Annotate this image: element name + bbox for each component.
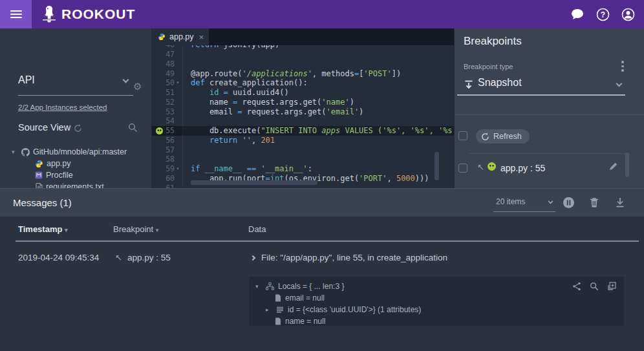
app-select-value: API [18, 74, 35, 85]
column-header-breakpoint[interactable]: Breakpoint ▾ [113, 224, 158, 234]
locals-var-row[interactable]: email = null [255, 292, 617, 304]
fold-caret-icon[interactable]: ▾ [175, 78, 181, 88]
add-to-board-icon[interactable] [607, 282, 616, 291]
breakpoint-type-label: Breakpoint type [464, 63, 513, 70]
arrow-up-left-icon: ↖ [477, 162, 484, 172]
locals-root-label: Locals = { ... len:3 } [278, 282, 344, 291]
chat-icon[interactable] [570, 8, 585, 21]
code-line: 57 [152, 145, 454, 155]
code-line: 49@app.route('/applications', methods=['… [152, 69, 454, 79]
code-lines: 46return jsonify(app)474849@app.route('/… [152, 45, 454, 188]
code-line: 58 [152, 154, 454, 164]
pause-icon[interactable] [563, 197, 575, 209]
svg-text:?: ? [601, 10, 605, 19]
code-line: 48 [152, 59, 454, 69]
help-icon[interactable]: ? [596, 8, 610, 21]
locals-var-row[interactable]: name = null [255, 315, 617, 327]
breakpoints-scrollbar[interactable] [625, 153, 629, 177]
messages-table-header: Timestamp ▾ Breakpoint ▾ Data [0, 224, 644, 239]
breakpoints-title: Breakpoints [464, 35, 522, 48]
refresh-button[interactable]: Refresh [476, 129, 530, 144]
caret-right-icon[interactable]: ▸ [266, 306, 272, 313]
tree-repo-row[interactable]: ▾ GitHub/mnoble/api:master [12, 146, 127, 158]
rookout-app: ROOKOUT ? API ⚙ 2/2 App Instances select… [0, 0, 644, 351]
breakpoint-item[interactable]: app.py : 55 [500, 163, 545, 173]
close-tab-icon[interactable]: × [199, 32, 204, 42]
file-tree: ▾ GitHub/mnoble/api:master app.py Procfi… [12, 146, 127, 193]
source-sidebar: API ⚙ 2/2 App Instances selected Source … [0, 28, 152, 188]
gear-icon[interactable]: ⚙ [133, 81, 142, 91]
python-file-icon [35, 160, 43, 168]
code-line: 53 email = request.args.get('email') [152, 107, 454, 117]
code-line: 46return jsonify(app) [152, 45, 454, 50]
document-icon [275, 294, 281, 302]
procfile-icon [35, 171, 43, 179]
code-editor: app.py × 46return jsonify(app)474849@app… [152, 28, 454, 188]
column-header-data: Data [248, 224, 266, 234]
arrow-up-left-icon: ↖ [115, 253, 122, 262]
account-icon[interactable] [621, 8, 635, 21]
sort-arrow-icon: ▾ [156, 227, 159, 233]
horizontal-scrollbar[interactable] [191, 180, 317, 185]
edit-pencil-icon[interactable] [608, 162, 618, 171]
divider [469, 153, 627, 154]
code-line: 47 [152, 50, 454, 59]
tree-file-label: app.py [47, 159, 71, 168]
hamburger-menu-icon[interactable] [0, 0, 32, 28]
top-bar: ROOKOUT ? [0, 0, 644, 28]
app-select[interactable]: API [18, 67, 133, 96]
locals-var-row[interactable]: ▸ id = {<class 'uuid.UUID'>} (1 attribut… [255, 304, 617, 315]
share-icon[interactable] [572, 282, 581, 291]
tree-structure-icon [266, 282, 274, 290]
python-file-icon [158, 33, 166, 41]
message-data-text: File: "/app/app.py", line 55, in create_… [261, 253, 447, 262]
table-header-divider [16, 240, 639, 242]
app-instances-link[interactable]: 2/2 App Instances selected [18, 103, 107, 111]
document-icon [275, 317, 281, 325]
caret-down-icon[interactable]: ▾ [12, 149, 18, 155]
message-timestamp: 2019-04-24 09:45:34 [18, 253, 99, 262]
search-icon[interactable] [128, 123, 138, 133]
refresh-button-label: Refresh [493, 132, 522, 141]
source-view-label: Source View [18, 122, 70, 133]
breakpoint-type-value: Snapshot [478, 77, 522, 89]
editor-tab-bar: app.py × [152, 28, 454, 45]
messages-title: Messages (1) [13, 197, 72, 208]
vertical-scrollbar[interactable] [435, 152, 439, 180]
refresh-sources-icon[interactable] [74, 124, 82, 133]
column-header-timestamp[interactable]: Timestamp ▾ [18, 224, 68, 234]
tree-repo-label: GitHub/mnoble/api:master [33, 147, 127, 156]
tab-app-py[interactable]: app.py × [152, 28, 209, 45]
logo-text: ROOKOUT [61, 6, 135, 22]
breakpoint-type-select[interactable]: Snapshot [457, 75, 625, 96]
trash-icon[interactable] [589, 197, 599, 208]
divider [455, 114, 644, 115]
github-icon [21, 148, 30, 156]
search-icon[interactable] [590, 282, 599, 291]
chevron-down-icon [548, 199, 553, 204]
code-line: 52 name = request.args.get('name') [152, 98, 454, 107]
fold-caret-icon[interactable]: ▾ [175, 164, 181, 174]
tree-file-app-py[interactable]: app.py [12, 158, 127, 169]
download-icon[interactable] [615, 197, 625, 208]
locals-root-row[interactable]: ▾ Locals = { ... len:3 } [255, 281, 617, 292]
rookout-breakpoint-icon[interactable] [156, 127, 163, 134]
breakpoints-panel: Breakpoints Breakpoint type Snapshot Ref… [454, 28, 644, 188]
breakpoint-checkbox[interactable] [458, 164, 467, 173]
code-line: 54 [152, 116, 454, 126]
tree-file-label: Procfile [46, 171, 73, 180]
messages-header: Messages (1) 20 items [0, 188, 644, 217]
code-line: 55 db.execute("INSERT INTO apps VALUES (… [152, 126, 454, 136]
code-line: 51 id = uuid.uuid4() [152, 88, 454, 98]
kebab-menu-icon[interactable] [618, 61, 627, 74]
raven-logo-icon [41, 5, 58, 24]
locals-var-label: name = null [285, 317, 325, 326]
message-data-expander[interactable]: File: "/app/app.py", line 55, in create_… [251, 253, 447, 262]
rookout-breakpoint-icon [488, 162, 496, 171]
refresh-row-checkbox[interactable] [458, 131, 467, 140]
page-size-select[interactable]: 20 items [493, 193, 555, 212]
tree-file-procfile[interactable]: Procfile [12, 169, 127, 181]
locals-var-label: id = {<class 'uuid.UUID'>} (1 attributes… [288, 305, 421, 314]
caret-down-icon[interactable]: ▾ [255, 283, 262, 290]
code-line: 50▾def create_application(): [152, 78, 454, 88]
